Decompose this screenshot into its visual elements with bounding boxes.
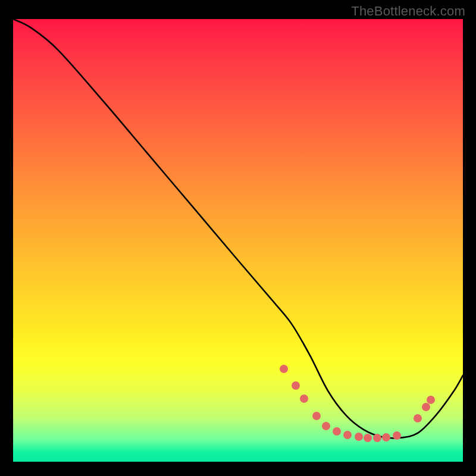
data-marker <box>427 396 435 404</box>
curve-svg <box>13 19 463 462</box>
data-marker <box>393 431 401 440</box>
data-marker <box>312 412 321 420</box>
plot-area <box>13 19 463 462</box>
data-marker <box>364 434 372 442</box>
data-marker <box>322 422 330 430</box>
watermark-text: TheBottleneck.com <box>351 4 465 19</box>
data-marker <box>414 414 422 422</box>
data-marker <box>280 365 288 373</box>
data-marker <box>292 381 300 390</box>
data-marker <box>333 427 341 436</box>
figure-container: TheBottleneck.com <box>0 0 476 476</box>
data-marker <box>355 433 363 441</box>
data-marker <box>382 433 390 441</box>
data-marker <box>300 394 308 403</box>
data-marker <box>343 431 352 439</box>
data-marker <box>373 434 381 442</box>
data-marker <box>422 403 430 411</box>
